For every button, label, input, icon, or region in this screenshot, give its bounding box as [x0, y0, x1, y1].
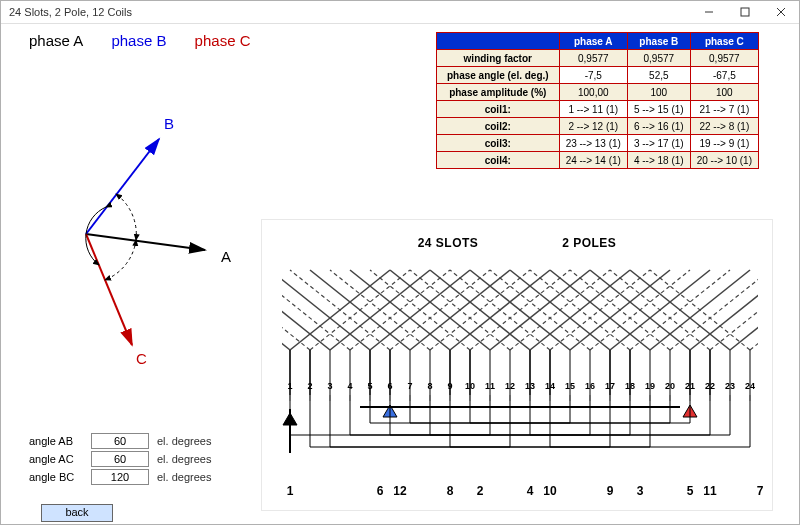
- phase-c-label: phase C: [195, 32, 251, 49]
- cell-a: 24 --> 14 (1): [559, 152, 627, 169]
- svg-text:2: 2: [477, 484, 484, 498]
- svg-text:21: 21: [685, 381, 695, 391]
- cell-a: 2 --> 12 (1): [559, 118, 627, 135]
- svg-text:11: 11: [703, 484, 717, 498]
- svg-text:9: 9: [447, 381, 452, 391]
- svg-line-45: [670, 270, 770, 350]
- svg-text:16: 16: [585, 381, 595, 391]
- cell-c: -67,5: [690, 67, 758, 84]
- cell-b: 52,5: [627, 67, 690, 84]
- cell-b: 5 --> 15 (1): [627, 101, 690, 118]
- row-header: phase amplitude (%): [436, 84, 559, 101]
- svg-rect-56: [758, 266, 772, 354]
- th-phase-b: phase B: [627, 33, 690, 50]
- row-header: phase angle (el. deg.): [436, 67, 559, 84]
- svg-text:17: 17: [605, 381, 615, 391]
- table-row: phase amplitude (%)100,00100100: [436, 84, 758, 101]
- cell-c: 0,9577: [690, 50, 758, 67]
- app-window: 24 Slots, 2 Pole, 12 Coils phase A phase…: [0, 0, 800, 525]
- svg-text:5: 5: [367, 381, 372, 391]
- svg-text:7: 7: [757, 484, 764, 498]
- window-controls: [691, 1, 799, 23]
- angle-ac-row: angle AC el. degrees: [29, 450, 211, 468]
- svg-text:6: 6: [377, 484, 384, 498]
- table-row: phase angle (el. deg.)-7,552,5-67,5: [436, 67, 758, 84]
- cell-c: 20 --> 10 (1): [690, 152, 758, 169]
- cell-b: 6 --> 16 (1): [627, 118, 690, 135]
- svg-text:1: 1: [287, 381, 292, 391]
- table-row: coil1:1 --> 11 (1)5 --> 15 (1)21 --> 7 (…: [436, 101, 758, 118]
- content-area: phase A phase B phase C A B C: [1, 24, 799, 525]
- row-header: coil3:: [436, 135, 559, 152]
- row-header: winding factor: [436, 50, 559, 67]
- row-header: coil1:: [436, 101, 559, 118]
- svg-line-6: [86, 234, 132, 345]
- cell-a: 23 --> 13 (1): [559, 135, 627, 152]
- angle-bc-row: angle BC el. degrees: [29, 468, 211, 486]
- svg-text:10: 10: [543, 484, 557, 498]
- cell-b: 3 --> 17 (1): [627, 135, 690, 152]
- svg-text:2: 2: [307, 381, 312, 391]
- cell-b: 0,9577: [627, 50, 690, 67]
- svg-text:4: 4: [527, 484, 534, 498]
- phasor-b-letter: B: [164, 115, 174, 132]
- svg-text:11: 11: [485, 381, 495, 391]
- angle-ab-label: angle AB: [29, 435, 91, 447]
- svg-text:3: 3: [327, 381, 332, 391]
- svg-text:9: 9: [607, 484, 614, 498]
- svg-line-5: [86, 139, 159, 234]
- angle-bc-field[interactable]: [91, 469, 149, 485]
- cell-c: 21 --> 7 (1): [690, 101, 758, 118]
- svg-line-16: [270, 270, 370, 350]
- diagram-poles-label: 2 POLES: [562, 236, 616, 250]
- window-title: 24 Slots, 2 Pole, 12 Coils: [9, 6, 132, 18]
- winding-svg: 1234567891011121314151617181920212223241…: [262, 220, 772, 510]
- table-row: coil2:2 --> 12 (1)6 --> 16 (1)22 --> 8 (…: [436, 118, 758, 135]
- svg-text:12: 12: [393, 484, 407, 498]
- cell-a: -7,5: [559, 67, 627, 84]
- svg-text:7: 7: [407, 381, 412, 391]
- angle-bc-unit: el. degrees: [157, 471, 211, 483]
- table-row: winding factor0,95770,95770,9577: [436, 50, 758, 67]
- row-header: coil2:: [436, 118, 559, 135]
- svg-text:4: 4: [347, 381, 352, 391]
- titlebar: 24 Slots, 2 Pole, 12 Coils: [1, 1, 799, 24]
- svg-text:19: 19: [645, 381, 655, 391]
- angle-ac-field[interactable]: [91, 451, 149, 467]
- winding-diagram: 24 SLOTS 2 POLES 12345678910111213141516…: [261, 219, 773, 511]
- back-button[interactable]: back: [41, 504, 113, 522]
- svg-rect-1: [741, 8, 749, 16]
- minimize-button[interactable]: [691, 1, 727, 23]
- svg-text:14: 14: [545, 381, 555, 391]
- cell-a: 1 --> 11 (1): [559, 101, 627, 118]
- maximize-button[interactable]: [727, 1, 763, 23]
- svg-text:18: 18: [625, 381, 635, 391]
- table-row: coil4:24 --> 14 (1)4 --> 18 (1)20 --> 10…: [436, 152, 758, 169]
- svg-text:8: 8: [427, 381, 432, 391]
- diagram-slots-label: 24 SLOTS: [418, 236, 479, 250]
- svg-text:12: 12: [505, 381, 515, 391]
- svg-text:3: 3: [637, 484, 644, 498]
- angle-bc-label: angle BC: [29, 471, 91, 483]
- cell-a: 0,9577: [559, 50, 627, 67]
- angle-ab-field[interactable]: [91, 433, 149, 449]
- cell-c: 19 --> 9 (1): [690, 135, 758, 152]
- cell-c: 22 --> 8 (1): [690, 118, 758, 135]
- close-button[interactable]: [763, 1, 799, 23]
- svg-text:10: 10: [465, 381, 475, 391]
- svg-text:6: 6: [387, 381, 392, 391]
- cell-c: 100: [690, 84, 758, 101]
- th-phase-c: phase C: [690, 33, 758, 50]
- table-row: coil3:23 --> 13 (1)3 --> 17 (1)19 --> 9 …: [436, 135, 758, 152]
- angle-ab-row: angle AB el. degrees: [29, 432, 211, 450]
- cell-b: 4 --> 18 (1): [627, 152, 690, 169]
- angle-ab-unit: el. degrees: [157, 435, 211, 447]
- svg-text:5: 5: [687, 484, 694, 498]
- phase-b-label: phase B: [111, 32, 166, 49]
- results-table: phase A phase B phase C winding factor0,…: [436, 32, 759, 169]
- svg-rect-55: [262, 266, 282, 354]
- svg-text:24: 24: [745, 381, 755, 391]
- svg-text:8: 8: [447, 484, 454, 498]
- row-header: coil4:: [436, 152, 559, 169]
- angle-inputs: angle AB el. degrees angle AC el. degree…: [29, 432, 211, 486]
